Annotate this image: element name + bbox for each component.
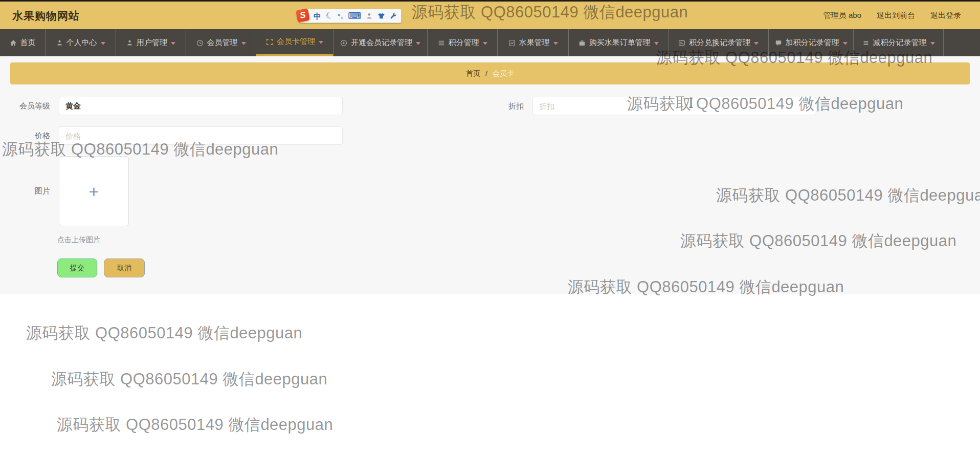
ime-toolbar[interactable]: S 中 ☾ °, ⌨ (299, 9, 402, 23)
chevron-down-icon (319, 41, 323, 44)
text-cursor-icon (688, 97, 694, 110)
chart-icon (508, 39, 516, 47)
expand-icon (266, 38, 273, 46)
nav-item-user-management[interactable]: 用户管理 (116, 29, 186, 56)
nav-item-member-management[interactable]: 会员管理 (186, 29, 256, 56)
sogou-logo-icon[interactable]: S (296, 8, 310, 23)
user-icon (56, 39, 63, 46)
member-level-input[interactable] (59, 97, 343, 115)
plus-icon: + (89, 183, 99, 200)
header-bar: 水果购物网站 S 中 ☾ °, ⌨ 管理员 abo 退出到前台 退出登录 (0, 2, 980, 29)
wrench-icon[interactable] (390, 12, 397, 19)
exit-to-front-link[interactable]: 退出到前台 (877, 11, 915, 20)
submit-button[interactable]: 提交 (57, 258, 97, 277)
clock-icon (196, 39, 204, 47)
comment-icon (775, 39, 782, 47)
nav-item-add-points-record-management[interactable]: 加积分记录管理 (769, 29, 854, 56)
chevron-down-icon (843, 42, 848, 45)
keyboard-icon[interactable]: ⌨ (348, 11, 361, 20)
price-input[interactable] (59, 126, 343, 145)
nav-item-home[interactable]: 首页 (0, 29, 46, 56)
nav-item-points-exchange-record-management[interactable]: 积分兑换记录管理 (669, 29, 769, 56)
image-upload-box[interactable]: + (59, 156, 129, 226)
nav-item-open-member-record-management[interactable]: 开通会员记录管理 (333, 29, 428, 56)
admin-user-label[interactable]: 管理员 abo (823, 11, 861, 20)
breadcrumb-home-link[interactable]: 首页 (466, 69, 480, 78)
breadcrumb: 首页 / 会员卡 (10, 62, 970, 84)
chevron-down-icon (930, 42, 935, 45)
chevron-down-icon (483, 42, 487, 45)
site-title: 水果购物网站 (12, 9, 80, 23)
home-icon (10, 39, 17, 47)
chevron-down-icon (101, 42, 105, 45)
nav-item-fruit-order-management[interactable]: 购买水果订单管理 (569, 29, 669, 56)
member-level-label: 会员等级 (0, 101, 50, 111)
skin-shirt-icon[interactable] (377, 12, 385, 19)
nav-item-member-card-management[interactable]: 会员卡管理 (256, 29, 333, 56)
discount-input[interactable] (532, 97, 816, 115)
nav-item-points-management[interactable]: 积分管理 (428, 29, 498, 56)
price-label: 价格 (0, 131, 50, 141)
chevron-down-icon (754, 42, 759, 45)
chevron-down-icon (416, 42, 420, 45)
content-area: 首页 / 会员卡 会员等级 折扣 价格 图片 + 点击上传图片 提交 取消 (0, 56, 980, 294)
watermark-text: 源码获取 QQ86050149 微信deepguan (57, 416, 333, 434)
chevron-down-icon (654, 42, 659, 45)
nav-item-fruit-management[interactable]: 水果管理 (498, 29, 569, 56)
image-label: 图片 (0, 186, 50, 196)
circle-icon (340, 39, 347, 47)
ime-language-toggle[interactable]: 中 (314, 12, 321, 20)
briefcase-icon (578, 39, 586, 47)
chevron-down-icon (553, 42, 558, 45)
list-icon (438, 39, 445, 47)
nav-item-minus-points-record-management[interactable]: 减积分记录管理 (854, 29, 944, 56)
breadcrumb-current: 会员卡 (493, 69, 514, 78)
nav-item-personal-center[interactable]: 个人中心 (46, 29, 116, 56)
moon-icon[interactable]: ☾ (325, 11, 335, 21)
logout-link[interactable]: 退出登录 (930, 11, 961, 20)
watermark-text: 源码获取 QQ86050149 微信deepguan (26, 325, 302, 342)
punctuation-toggle[interactable]: °, (338, 13, 343, 19)
breadcrumb-separator: / (485, 70, 487, 78)
user-icon (126, 39, 133, 46)
upload-hint: 点击上传图片 (57, 235, 100, 245)
chevron-down-icon (241, 42, 246, 45)
cancel-button[interactable]: 取消 (104, 258, 145, 277)
ime-user-icon[interactable] (366, 12, 373, 19)
bars-icon (862, 39, 870, 47)
card-icon (678, 39, 685, 47)
watermark-text: 源码获取 QQ86050149 微信deepguan (51, 371, 327, 388)
discount-label: 折扣 (474, 101, 524, 111)
main-nav: 首页 个人中心 用户管理 会员管理 会员卡管理 开通会员记录管理 积分管理 水果… (0, 29, 980, 56)
chevron-down-icon (171, 42, 175, 45)
